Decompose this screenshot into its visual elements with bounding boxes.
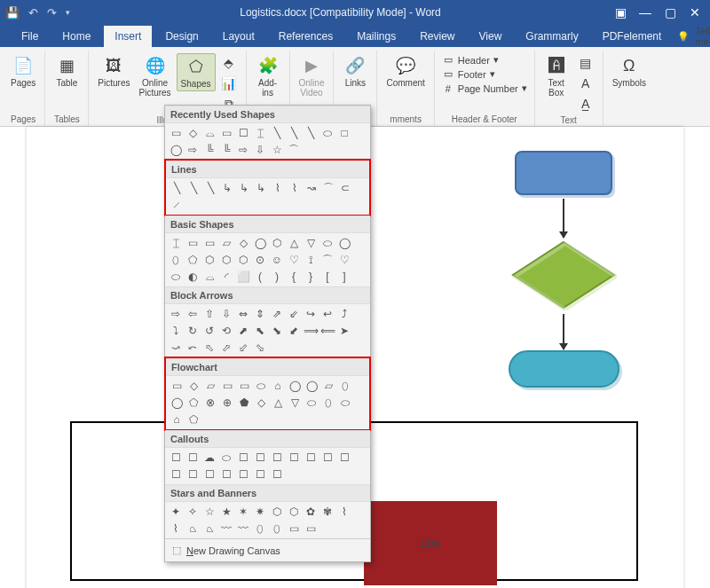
shape-item[interactable]: ╚ [202,143,217,157]
shape-item[interactable]: ➤ [337,324,351,338]
header-button[interactable]: ▭Header▾ [440,53,529,67]
shape-item[interactable]: ⬠ [186,396,201,410]
shape-item[interactable]: ◐ [185,270,200,284]
tab-view[interactable]: View [469,26,513,47]
links-button[interactable]: 🔗Links [339,53,371,90]
shape-item[interactable]: ⬭ [304,396,319,410]
save-icon[interactable]: 💾 [5,6,20,20]
shape-item[interactable]: ⟟ [304,253,318,267]
flowchart-terminator-shape[interactable] [509,350,619,388]
shape-item[interactable]: ⬭ [219,451,233,465]
new-drawing-canvas[interactable]: ⬚New Drawing Canvas [165,538,370,561]
shape-item[interactable]: ⬯ [169,253,183,267]
shape-item[interactable]: ] [337,270,351,284]
pictures-button[interactable]: 🖼Pictures [94,53,133,90]
shape-item[interactable]: ⌂ [170,412,184,427]
shape-item[interactable]: ✦ [169,505,183,519]
shape-item[interactable]: ⬂ [253,341,267,355]
tab-design[interactable]: Design [154,26,209,47]
shape-item[interactable]: ☐ [253,467,267,482]
shape-item[interactable]: ☐ [169,451,183,465]
tab-pdfelement[interactable]: PDFelement [592,26,673,47]
shape-item[interactable]: ⬯ [338,379,352,393]
shape-item[interactable]: □ [337,126,351,140]
shape-item[interactable]: ⬋ [287,324,301,338]
shape-item[interactable]: ⇨ [236,143,250,157]
shape-item[interactable]: ☐ [185,451,200,465]
addins-button[interactable]: 🧩Add- ins [252,53,284,99]
chart-button[interactable]: 📊 [217,74,241,93]
shape-item[interactable]: ⬃ [236,341,250,355]
wordart-button[interactable]: A [574,74,597,93]
shape-item[interactable]: △ [271,396,285,410]
shape-item[interactable]: ⤴ [337,307,351,321]
shape-item[interactable]: ⬀ [219,341,233,355]
tab-layout[interactable]: Layout [212,26,265,47]
flowchart-arrow-2[interactable] [563,314,564,349]
shape-item[interactable]: ☐ [270,451,284,465]
shape-item[interactable]: △ [287,236,301,250]
shape-item[interactable]: ⬉ [253,324,267,338]
shape-item[interactable]: ⌒ [287,143,301,157]
shape-item[interactable]: ☐ [236,467,250,482]
shape-item[interactable]: ✾ [320,505,335,519]
shape-item[interactable]: ╲ [186,181,201,195]
shape-item[interactable]: ☐ [202,467,217,482]
shape-item[interactable]: ◇ [254,396,268,410]
textbox-button[interactable]: 🅰Text Box [540,53,572,99]
shape-item[interactable]: 〰 [236,521,250,536]
shape-item[interactable]: ◯ [253,236,267,250]
shape-item[interactable]: ◇ [185,126,200,140]
shape-item[interactable]: ⇦ [185,307,200,321]
tab-home[interactable]: Home [51,26,101,47]
shape-item[interactable]: ↪ [304,307,318,321]
shape-item[interactable]: ╲ [270,126,284,140]
shape-item[interactable]: ↳ [237,181,251,195]
redo-icon[interactable]: ↷ [47,6,57,20]
shape-item[interactable]: ✶ [236,505,250,519]
tab-mailings[interactable]: Mailings [346,26,406,47]
shape-item[interactable]: ⬭ [320,236,335,250]
shape-item[interactable]: ↝ [304,181,319,195]
shape-item[interactable]: ⏢ [185,521,200,536]
shape-item[interactable]: ☐ [304,451,318,465]
shape-item[interactable]: ▭ [170,379,184,393]
shape-item[interactable]: ⬈ [236,324,250,338]
shape-item[interactable]: ⇗ [270,307,284,321]
flowchart-decision-shape[interactable] [510,239,617,310]
tab-file[interactable]: File [11,26,49,47]
shape-item[interactable]: ⬡ [287,505,301,519]
shape-item[interactable]: ✷ [253,505,267,519]
shape-item[interactable]: ↻ [185,324,200,338]
shape-item[interactable]: ▭ [220,379,234,393]
shape-item[interactable]: ⇕ [253,307,267,321]
shape-item[interactable]: ☐ [270,467,284,482]
shape-item[interactable]: ╲ [287,126,301,140]
shape-item[interactable]: ◯ [337,236,351,250]
tab-grammarly[interactable]: Grammarly [515,26,588,47]
shape-item[interactable]: ⬭ [338,396,352,410]
shape-item[interactable]: ☐ [236,126,250,140]
shape-item[interactable]: ☐ [320,451,335,465]
shape-item[interactable]: ⇔ [236,307,250,321]
shape-item[interactable]: ⊙ [253,253,267,267]
shape-item[interactable]: ⬭ [254,379,268,393]
shape-item[interactable]: ⬡ [202,253,217,267]
shape-item[interactable]: ⌓ [202,126,217,140]
shape-item[interactable]: ◯ [304,379,319,393]
shape-item[interactable]: ⬯ [253,521,267,536]
shape-item[interactable]: ▱ [219,236,233,250]
shape-item[interactable]: ⬟ [237,396,251,410]
shape-item[interactable]: ⤵ [169,324,183,338]
shape-item[interactable]: ⟋ [170,198,184,212]
shape-item[interactable]: ⟲ [219,324,233,338]
online-video-button[interactable]: ▶Online Video [296,53,328,99]
pages-button[interactable]: 📄Pages [7,53,39,90]
shape-item[interactable]: ⌶ [169,236,183,250]
comment-button[interactable]: 💬Comment [383,53,428,90]
shape-item[interactable]: { [287,270,301,284]
tell-me-search[interactable]: Tell me... [695,26,710,47]
shape-item[interactable]: ↺ [202,324,217,338]
shape-item[interactable]: ⊂ [338,181,352,195]
shape-item[interactable]: ◇ [186,379,201,393]
